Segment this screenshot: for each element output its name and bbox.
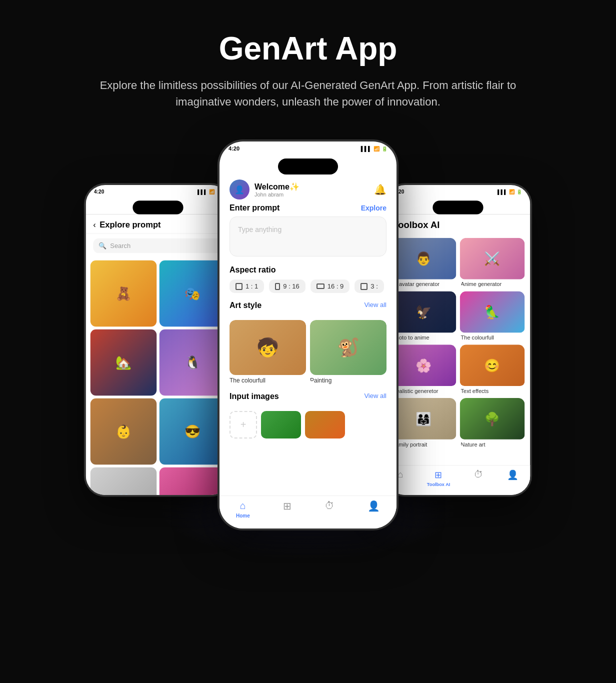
right-history-icon: ⏱ [474, 470, 483, 480]
tool-family[interactable]: 👨‍👩‍👧 Family portrait [392, 398, 456, 448]
tool-label-text-effects: Text effects [460, 388, 525, 394]
right-nav-history[interactable]: ⏱ [474, 470, 483, 487]
input-img-add[interactable]: + [230, 411, 257, 438]
right-nav-profile[interactable]: 👤 [507, 470, 518, 487]
tool-photo-anime[interactable]: 🦅 Photo to anime [392, 291, 456, 340]
input-images-section: Input images View all + [220, 388, 396, 442]
left-screen-header: ‹ Explore prompt [86, 214, 230, 234]
page-header: GenArt App Explore the limitless possibi… [83, 0, 533, 130]
right-status-bar: 4:20 ▌▌▌ 📶 🔋 [386, 188, 530, 195]
aspect-3x[interactable]: 3 : [354, 280, 384, 293]
tool-label-anime: Anime generator [460, 281, 525, 288]
tool-avatar[interactable]: 👨 AI avatar generator [392, 238, 456, 288]
center-screen-header: 👤 Welcome✨ John abram 🔔 [220, 174, 396, 204]
search-bar[interactable]: 🔍 Search [93, 238, 222, 253]
aspect-options: 1 : 1 9 : 16 16 : 9 3 : [230, 280, 386, 293]
right-nav-home[interactable]: ⌂ [398, 470, 403, 487]
page-title: GenArt App [93, 30, 523, 67]
grid-item-7[interactable]: 🐰 [90, 468, 156, 496]
tool-realistic[interactable]: 🌸 Realistic generetor [392, 344, 456, 394]
tool-text-effects[interactable]: 😊 Text effects [460, 344, 525, 394]
art-img-colorful: 🧒 [230, 320, 306, 375]
aspect-1-1[interactable]: 1 : 1 [230, 280, 264, 293]
input-images-header: Input images View all [230, 392, 386, 406]
aspect-16-9-icon [316, 284, 324, 289]
center-status-icons: ▌▌▌ 📶 🔋 [361, 146, 388, 152]
welcome-label: Welcome✨ [254, 182, 300, 192]
center-time: 4:20 [228, 146, 240, 152]
center-bottom-nav: ⌂ Home ⊞ ⏱ 👤 [220, 496, 396, 528]
tool-img-avatar: 👨 [392, 238, 456, 280]
history-icon: ⏱ [324, 500, 334, 512]
aspect-ratio-label: Aspect ratio [230, 266, 386, 274]
aspect-9-16-icon [275, 283, 280, 290]
tool-anime[interactable]: ⚔️ Anime generator [460, 238, 525, 288]
right-home-icon: ⌂ [398, 470, 403, 480]
art-grid: 🧒 The colourfull 🐒 Painting [230, 320, 386, 384]
tool-img-text-effects: 😊 [460, 344, 525, 386]
page-description: Explore the limitless possibilities of o… [93, 77, 523, 110]
aspect-9-16[interactable]: 9 : 16 [269, 280, 306, 293]
bell-icon[interactable]: 🔔 [374, 184, 386, 196]
left-time: 4:20 [94, 188, 104, 194]
art-style-section: Art style View all 🧒 The colourfull 🐒 Pa… [220, 297, 396, 388]
grid-item-6[interactable]: 😎 [160, 398, 226, 464]
toolbox-title: Toolbox AI [393, 220, 440, 230]
right-phone: 4:20 ▌▌▌ 📶 🔋 Toolbox AI 👨 AI avatar gene… [384, 184, 532, 496]
left-phone: 4:20 ▌▌▌ 📶 🔋 ‹ Explore prompt 🔍 Search [84, 184, 232, 496]
center-phone-top: 4:20 ▌▌▌ 📶 🔋 [220, 142, 396, 174]
profile-icon: 👤 [368, 500, 380, 512]
center-screen: 👤 Welcome✨ John abram 🔔 Enter prompt Exp… [220, 174, 396, 530]
search-icon: 🔍 [98, 242, 106, 250]
tool-img-colorful: 🦜 [460, 291, 525, 332]
explore-image-grid: 🧸 🎭 🏡 🐧 👶 😎 🐰 [86, 258, 230, 496]
user-info: 👤 Welcome✨ John abram [230, 180, 300, 200]
art-img-painting: 🐒 [310, 320, 386, 375]
aspect-ratio-section: Aspect ratio 1 : 1 9 : 16 16 : 9 [220, 262, 396, 297]
right-nav-toolbox[interactable]: ⊞ Toolbox AI [427, 470, 450, 487]
nav-home[interactable]: ⌂ Home [236, 500, 250, 518]
art-view-all[interactable]: View all [364, 301, 386, 315]
prompt-input[interactable]: Type anything [230, 216, 386, 256]
left-status-bar: 4:20 ▌▌▌ 📶 🔋 [86, 188, 230, 195]
nav-apps[interactable]: ⊞ [283, 500, 292, 518]
tool-label-family: Family portrait [392, 441, 456, 448]
nav-profile[interactable]: 👤 [368, 500, 380, 518]
input-view-all[interactable]: View all [364, 392, 386, 406]
grid-item-3[interactable]: 🏡 [90, 330, 156, 396]
input-img-tiger[interactable] [305, 411, 345, 438]
explore-link[interactable]: Explore [361, 204, 386, 212]
tool-colorful[interactable]: 🦜 The colourfull [460, 291, 525, 340]
home-icon: ⌂ [240, 500, 246, 512]
welcome-text: Welcome✨ John abram [254, 182, 300, 198]
grid-item-8[interactable]: 🎩 [160, 468, 226, 496]
grid-item-4[interactable]: 🐧 [160, 330, 226, 396]
home-label: Home [236, 513, 250, 518]
left-phone-top: 4:20 ▌▌▌ 📶 🔋 [86, 185, 230, 214]
back-icon[interactable]: ‹ [93, 220, 96, 230]
center-dynamic-island [278, 158, 338, 174]
input-img-green[interactable] [261, 411, 301, 438]
tool-img-nature: 🌳 [460, 398, 525, 440]
grid-item-2[interactable]: 🎭 [160, 260, 226, 326]
prompt-header: Enter prompt Explore [230, 204, 386, 212]
tool-img-anime: ⚔️ [460, 238, 525, 280]
tool-label-avatar: AI avatar generator [392, 281, 456, 288]
username: John abram [254, 192, 300, 198]
nav-history[interactable]: ⏱ [324, 500, 334, 518]
art-style-label: Art style [230, 301, 262, 310]
tool-nature[interactable]: 🌳 Nature art [460, 398, 525, 448]
search-placeholder: Search [110, 242, 130, 250]
art-item-painting[interactable]: 🐒 Painting [310, 320, 386, 384]
apps-icon: ⊞ [283, 500, 292, 512]
prompt-label: Enter prompt [230, 204, 280, 212]
right-profile-icon: 👤 [507, 470, 518, 480]
aspect-3x-icon [360, 283, 368, 290]
tool-label-photo-anime: Photo to anime [392, 334, 456, 341]
right-status-icons: ▌▌▌ 📶 🔋 [498, 188, 522, 194]
grid-item-1[interactable]: 🧸 [90, 260, 156, 326]
grid-item-5[interactable]: 👶 [90, 398, 156, 464]
aspect-16-9[interactable]: 16 : 9 [310, 280, 350, 293]
left-screen: ‹ Explore prompt 🔍 Search 🧸 🎭 🏡 🐧 [86, 214, 230, 496]
art-item-colorful[interactable]: 🧒 The colourfull [230, 320, 306, 384]
